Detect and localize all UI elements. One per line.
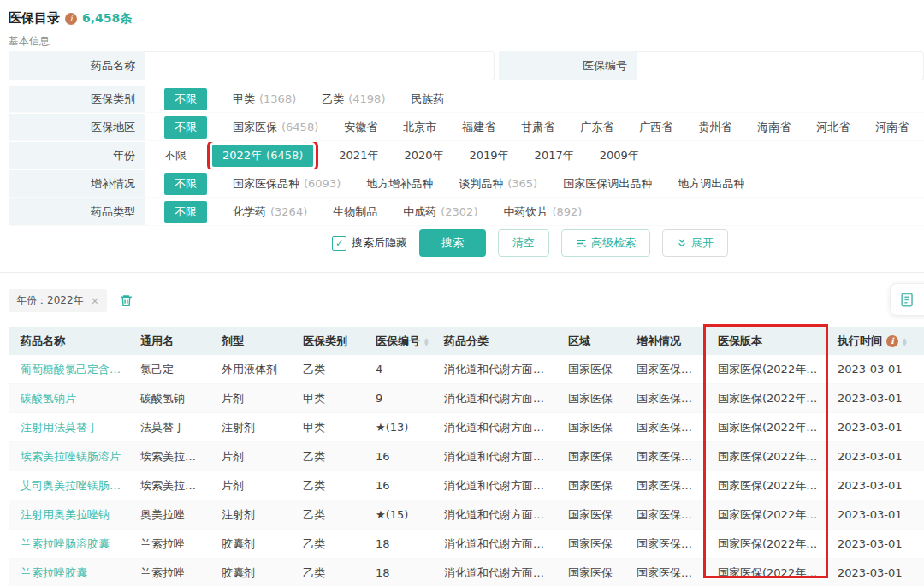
cell: 法莫替丁 (128, 413, 210, 442)
trash-icon[interactable] (119, 293, 133, 308)
cell: 2023-03-01 (826, 413, 924, 442)
cell: 国家医保 (556, 413, 625, 442)
filter-option[interactable]: 不限 (164, 173, 207, 195)
filter-option[interactable]: 2009年 (600, 148, 639, 163)
filter-option[interactable]: 化学药(3264) (233, 204, 307, 220)
cell: 片剂 (210, 471, 291, 500)
filter-option[interactable]: 甲类(1368) (233, 92, 296, 107)
cell: 消化道和代谢方面的... (432, 355, 556, 384)
info-icon[interactable]: i (65, 13, 77, 25)
cell: 18 (364, 559, 432, 586)
filter-option[interactable]: 不限 (164, 116, 207, 139)
filter-row-drug-type: 药品类型 不限 化学药(3264) 生物制品 中成药(2302) 中药饮片(89… (9, 198, 924, 226)
filter-option[interactable]: 2017年 (535, 148, 574, 163)
cell: 兰索拉唑 (128, 530, 210, 559)
filter-option[interactable]: 生物制品 (333, 204, 377, 220)
cell: 国家医保品种 (625, 559, 706, 586)
cell: 碳酸氢钠 (128, 384, 210, 413)
filter-option[interactable]: 国家医保调出品种 (563, 176, 652, 192)
filter-panel: 医保类别 不限 甲类(1368) 乙类(4198) 民族药 医保地区 不限 国家… (9, 86, 924, 227)
filter-option[interactable]: 2021年 (339, 148, 378, 163)
cell: 片剂 (210, 442, 291, 471)
filter-option[interactable]: 乙类(4198) (322, 92, 385, 107)
cell: 外用液体剂 (210, 355, 291, 384)
column-header: 剂型 (210, 327, 291, 355)
cell: 国家医保品种 (625, 500, 706, 530)
cell: 消化道和代谢方面的... (432, 384, 556, 413)
filter-label: 医保地区 (9, 114, 145, 140)
filter-option[interactable]: 海南省 (757, 120, 791, 135)
drug-name-link[interactable]: 葡萄糖酸氯己定含漱液 (9, 355, 128, 384)
cell: 2023-03-01 (826, 442, 924, 471)
filter-option[interactable]: 福建省 (462, 120, 495, 135)
section-divider (0, 272, 924, 273)
filter-option[interactable]: 中药饮片(892) (503, 204, 582, 220)
cell: 埃索美拉唑(... (128, 471, 210, 500)
cell: 消化道和代谢方面的... (432, 530, 556, 559)
advanced-search-button[interactable]: 高级检索 (561, 229, 650, 257)
drug-name-link[interactable]: 兰索拉唑肠溶胶囊 (9, 530, 128, 559)
cell: 甲类 (291, 384, 364, 413)
table-row: 碳酸氢钠片 碳酸氢钠 片剂 甲类 9 消化道和代谢方面的... 国家医保 国家医… (9, 384, 924, 413)
cell: 乙类 (291, 355, 364, 384)
drug-name-link[interactable]: 注射用法莫替丁 (9, 413, 128, 442)
filter-option-year-2022[interactable]: 2022年(6458) (212, 145, 313, 167)
expand-icon (677, 238, 687, 248)
filter-option[interactable]: 不限 (164, 88, 207, 110)
cell: 国家医保品种 (625, 442, 706, 471)
insurance-code-input[interactable] (637, 51, 924, 80)
drug-name-link[interactable]: 碳酸氢钠片 (9, 384, 128, 413)
filter-option[interactable]: 地方调出品种 (678, 176, 744, 192)
filter-option[interactable]: 安徽省 (344, 120, 377, 135)
drug-name-link[interactable]: 注射用奥美拉唑钠 (9, 500, 128, 530)
filter-option[interactable]: 国家医保(6458) (233, 120, 318, 135)
page-title: 医保目录 (9, 10, 60, 27)
filter-option[interactable]: 河南省 (875, 120, 909, 135)
column-header: 医保类别 (291, 327, 364, 355)
active-filter-bar: 年份：2022年 × (9, 286, 924, 315)
clear-button[interactable]: 清空 (498, 229, 549, 257)
filter-option[interactable]: 河北省 (816, 120, 850, 135)
cell: 注射剂 (210, 413, 291, 442)
cell: 国家医保 (556, 355, 625, 384)
filter-option[interactable]: 2020年 (404, 148, 443, 163)
filter-option[interactable]: 2019年 (470, 148, 509, 163)
table-row: 注射用法莫替丁 法莫替丁 注射剂 甲类 ★(13) 消化道和代谢方面的... 国… (9, 413, 924, 442)
cell: 国家医保(2022年版) (706, 471, 826, 500)
column-header: 区域 (556, 327, 625, 355)
cell: 消化道和代谢方面的... (432, 500, 556, 530)
filter-option[interactable]: 国家医保品种(6093) (233, 176, 341, 192)
filter-option[interactable]: 北京市 (403, 120, 436, 135)
cell: 9 (364, 384, 432, 413)
drug-name-input[interactable] (145, 51, 495, 80)
info-icon[interactable]: i (886, 335, 898, 347)
sort-icon[interactable]: ▲▼ (424, 337, 429, 346)
hide-after-search-checkbox[interactable]: ✓ 搜索后隐藏 (332, 235, 407, 251)
filter-option[interactable]: 中成药(2302) (403, 204, 477, 220)
expand-button[interactable]: 展开 (662, 229, 728, 257)
close-icon[interactable]: × (91, 295, 100, 306)
sort-icon[interactable]: ▲▼ (903, 337, 907, 346)
filter-option[interactable]: 广东省 (580, 120, 613, 135)
filter-option[interactable]: 广西省 (639, 120, 672, 135)
filter-option[interactable]: 不限 (164, 201, 207, 223)
drug-name-link[interactable]: 埃索美拉唑镁肠溶片 (9, 442, 128, 471)
filter-option[interactable]: 贵州省 (698, 120, 732, 135)
filter-option[interactable]: 民族药 (411, 92, 444, 107)
filter-label: 年份 (9, 142, 145, 169)
corner-action-button[interactable] (890, 283, 924, 316)
cell: 国家医保品种 (625, 413, 706, 442)
results-table: 药品名称 通用名 剂型 医保类别 医保编号▲▼ 药品分类 区域 增补情况 医保版… (9, 327, 924, 586)
filter-option[interactable]: 地方增补品种 (366, 176, 433, 192)
filter-option[interactable]: 不限 (164, 148, 187, 163)
cell: 兰索拉唑 (128, 559, 210, 586)
year-filter-tag: 年份：2022年 × (9, 289, 107, 312)
search-button[interactable]: 搜索 (419, 229, 486, 257)
drug-name-link[interactable]: 艾司奥美拉唑镁肠溶片 (9, 471, 128, 500)
cell: 国家医保品种 (625, 384, 706, 413)
cell: 国家医保品种 (625, 355, 706, 384)
cell: 片剂 (210, 384, 291, 413)
filter-option[interactable]: 甘肃省 (521, 120, 554, 135)
filter-option[interactable]: 谈判品种(365) (459, 176, 537, 192)
drug-name-link[interactable]: 兰索拉唑胶囊 (9, 559, 128, 586)
